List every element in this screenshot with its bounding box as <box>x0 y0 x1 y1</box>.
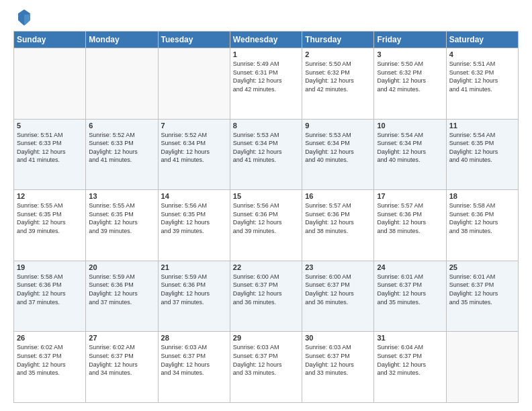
day-number: 20 <box>89 263 154 271</box>
day-number: 15 <box>233 192 299 200</box>
day-number: 4 <box>449 50 515 58</box>
day-info: Sunrise: 5:59 AM Sunset: 6:36 PM Dayligh… <box>89 273 154 306</box>
calendar-cell <box>158 48 230 120</box>
logo-icon <box>17 8 32 26</box>
day-number: 8 <box>233 122 299 130</box>
day-info: Sunrise: 6:01 AM Sunset: 6:37 PM Dayligh… <box>449 273 515 306</box>
day-info: Sunrise: 5:50 AM Sunset: 6:32 PM Dayligh… <box>305 60 371 93</box>
day-info: Sunrise: 5:55 AM Sunset: 6:35 PM Dayligh… <box>89 201 154 235</box>
calendar-cell: 3Sunrise: 5:50 AM Sunset: 6:32 PM Daylig… <box>374 48 446 120</box>
day-info: Sunrise: 5:56 AM Sunset: 6:36 PM Dayligh… <box>233 201 299 235</box>
day-info: Sunrise: 6:02 AM Sunset: 6:37 PM Dayligh… <box>17 343 83 377</box>
day-info: Sunrise: 5:51 AM Sunset: 6:32 PM Dayligh… <box>449 60 515 93</box>
calendar-header-sunday: Sunday <box>14 32 86 48</box>
day-info: Sunrise: 6:03 AM Sunset: 6:37 PM Dayligh… <box>161 343 227 377</box>
day-info: Sunrise: 6:04 AM Sunset: 6:37 PM Dayligh… <box>377 343 443 377</box>
day-number: 17 <box>377 192 443 200</box>
day-number: 12 <box>17 192 83 200</box>
day-info: Sunrise: 6:03 AM Sunset: 6:37 PM Dayligh… <box>233 343 299 377</box>
calendar-cell: 6Sunrise: 5:52 AM Sunset: 6:33 PM Daylig… <box>86 119 158 190</box>
calendar-cell: 24Sunrise: 6:01 AM Sunset: 6:37 PM Dayli… <box>374 261 446 332</box>
calendar-cell: 10Sunrise: 5:54 AM Sunset: 6:34 PM Dayli… <box>374 119 446 190</box>
day-number: 1 <box>233 50 299 58</box>
calendar-cell: 16Sunrise: 5:57 AM Sunset: 6:36 PM Dayli… <box>302 190 374 261</box>
day-info: Sunrise: 5:52 AM Sunset: 6:34 PM Dayligh… <box>161 131 227 165</box>
day-number: 14 <box>161 192 227 200</box>
calendar-cell: 22Sunrise: 6:00 AM Sunset: 6:37 PM Dayli… <box>230 261 302 332</box>
day-number: 16 <box>305 192 371 200</box>
calendar-week-4: 19Sunrise: 5:58 AM Sunset: 6:36 PM Dayli… <box>14 261 519 332</box>
day-number: 2 <box>305 50 371 58</box>
calendar-cell: 4Sunrise: 5:51 AM Sunset: 6:32 PM Daylig… <box>446 48 518 120</box>
calendar-cell: 23Sunrise: 6:00 AM Sunset: 6:37 PM Dayli… <box>302 261 374 332</box>
day-number: 23 <box>305 263 371 271</box>
calendar-header-tuesday: Tuesday <box>158 32 230 48</box>
calendar-week-5: 26Sunrise: 6:02 AM Sunset: 6:37 PM Dayli… <box>14 332 519 403</box>
header <box>13 11 519 26</box>
day-info: Sunrise: 5:56 AM Sunset: 6:35 PM Dayligh… <box>161 201 227 235</box>
calendar-cell: 31Sunrise: 6:04 AM Sunset: 6:37 PM Dayli… <box>374 332 446 403</box>
day-number: 18 <box>449 192 515 200</box>
day-info: Sunrise: 5:54 AM Sunset: 6:35 PM Dayligh… <box>449 131 515 165</box>
day-number: 5 <box>17 122 83 130</box>
day-number: 3 <box>377 50 443 58</box>
day-number: 29 <box>233 334 299 342</box>
day-number: 31 <box>377 334 443 342</box>
calendar-cell: 8Sunrise: 5:53 AM Sunset: 6:34 PM Daylig… <box>230 119 302 190</box>
calendar-header-saturday: Saturday <box>446 32 518 48</box>
day-info: Sunrise: 5:55 AM Sunset: 6:35 PM Dayligh… <box>17 201 83 235</box>
calendar-week-2: 5Sunrise: 5:51 AM Sunset: 6:33 PM Daylig… <box>14 119 519 190</box>
day-number: 10 <box>377 122 443 130</box>
calendar-cell: 26Sunrise: 6:02 AM Sunset: 6:37 PM Dayli… <box>14 332 86 403</box>
calendar-cell: 18Sunrise: 5:58 AM Sunset: 6:36 PM Dayli… <box>446 190 518 261</box>
calendar-header-monday: Monday <box>86 32 158 48</box>
day-info: Sunrise: 6:00 AM Sunset: 6:37 PM Dayligh… <box>305 273 371 306</box>
calendar-cell: 7Sunrise: 5:52 AM Sunset: 6:34 PM Daylig… <box>158 119 230 190</box>
day-info: Sunrise: 5:52 AM Sunset: 6:33 PM Dayligh… <box>89 131 154 165</box>
calendar-header-friday: Friday <box>374 32 446 48</box>
day-info: Sunrise: 5:57 AM Sunset: 6:36 PM Dayligh… <box>377 201 443 235</box>
day-number: 27 <box>89 334 154 342</box>
calendar-cell <box>446 332 518 403</box>
calendar-cell <box>14 48 86 120</box>
day-number: 25 <box>449 263 515 271</box>
calendar-cell: 28Sunrise: 6:03 AM Sunset: 6:37 PM Dayli… <box>158 332 230 403</box>
calendar-cell: 17Sunrise: 5:57 AM Sunset: 6:36 PM Dayli… <box>374 190 446 261</box>
calendar-cell: 11Sunrise: 5:54 AM Sunset: 6:35 PM Dayli… <box>446 119 518 190</box>
calendar-cell: 5Sunrise: 5:51 AM Sunset: 6:33 PM Daylig… <box>14 119 86 190</box>
calendar-cell: 25Sunrise: 6:01 AM Sunset: 6:37 PM Dayli… <box>446 261 518 332</box>
day-info: Sunrise: 6:00 AM Sunset: 6:37 PM Dayligh… <box>233 273 299 306</box>
day-info: Sunrise: 5:51 AM Sunset: 6:33 PM Dayligh… <box>17 131 83 165</box>
calendar-cell: 12Sunrise: 5:55 AM Sunset: 6:35 PM Dayli… <box>14 190 86 261</box>
day-number: 22 <box>233 263 299 271</box>
day-number: 30 <box>305 334 371 342</box>
day-number: 28 <box>161 334 227 342</box>
calendar-cell: 14Sunrise: 5:56 AM Sunset: 6:35 PM Dayli… <box>158 190 230 261</box>
day-info: Sunrise: 5:58 AM Sunset: 6:36 PM Dayligh… <box>17 273 83 306</box>
day-number: 24 <box>377 263 443 271</box>
calendar-table: SundayMondayTuesdayWednesdayThursdayFrid… <box>13 31 519 403</box>
calendar-cell: 27Sunrise: 6:02 AM Sunset: 6:37 PM Dayli… <box>86 332 158 403</box>
day-info: Sunrise: 5:50 AM Sunset: 6:32 PM Dayligh… <box>377 60 443 93</box>
calendar-cell: 30Sunrise: 6:03 AM Sunset: 6:37 PM Dayli… <box>302 332 374 403</box>
calendar-header-wednesday: Wednesday <box>230 32 302 48</box>
day-number: 21 <box>161 263 227 271</box>
day-number: 6 <box>89 122 154 130</box>
calendar-cell: 2Sunrise: 5:50 AM Sunset: 6:32 PM Daylig… <box>302 48 374 120</box>
day-number: 13 <box>89 192 154 200</box>
page: SundayMondayTuesdayWednesdayThursdayFrid… <box>0 0 532 411</box>
day-number: 26 <box>17 334 83 342</box>
day-info: Sunrise: 6:01 AM Sunset: 6:37 PM Dayligh… <box>377 273 443 306</box>
calendar-cell <box>86 48 158 120</box>
day-info: Sunrise: 5:54 AM Sunset: 6:34 PM Dayligh… <box>377 131 443 165</box>
day-info: Sunrise: 5:53 AM Sunset: 6:34 PM Dayligh… <box>233 131 299 165</box>
calendar-cell: 29Sunrise: 6:03 AM Sunset: 6:37 PM Dayli… <box>230 332 302 403</box>
day-info: Sunrise: 6:02 AM Sunset: 6:37 PM Dayligh… <box>89 343 154 377</box>
calendar-week-1: 1Sunrise: 5:49 AM Sunset: 6:31 PM Daylig… <box>14 48 519 120</box>
calendar-header-row: SundayMondayTuesdayWednesdayThursdayFrid… <box>14 32 519 48</box>
day-info: Sunrise: 5:53 AM Sunset: 6:34 PM Dayligh… <box>305 131 371 165</box>
day-info: Sunrise: 6:03 AM Sunset: 6:37 PM Dayligh… <box>305 343 371 377</box>
day-number: 9 <box>305 122 371 130</box>
day-info: Sunrise: 5:58 AM Sunset: 6:36 PM Dayligh… <box>449 201 515 235</box>
calendar-cell: 15Sunrise: 5:56 AM Sunset: 6:36 PM Dayli… <box>230 190 302 261</box>
